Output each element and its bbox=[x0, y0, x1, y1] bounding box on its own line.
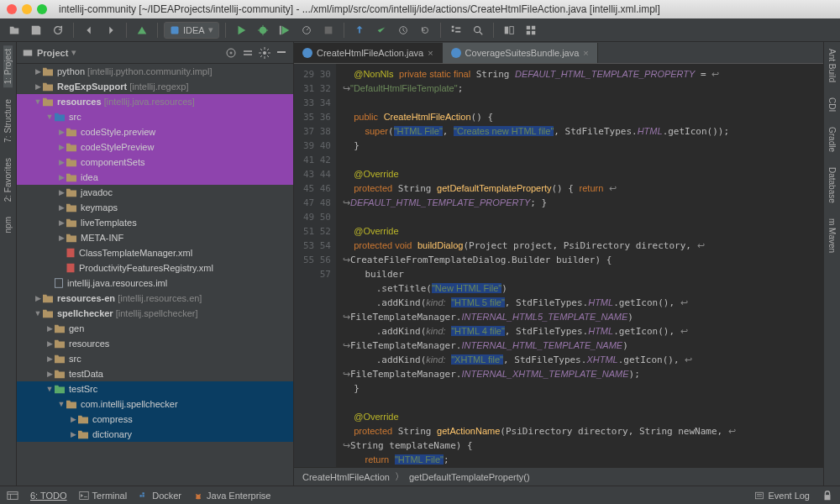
tree-row[interactable]: ▶gen bbox=[17, 321, 293, 336]
refresh-icon[interactable] bbox=[49, 21, 67, 39]
project-panel-title[interactable]: Project bbox=[37, 48, 68, 58]
project-tree[interactable]: ▶python [intellij.python.community.impl]… bbox=[17, 64, 293, 486]
close-tab-icon[interactable]: × bbox=[428, 48, 433, 58]
code-editor[interactable]: @NonNls private static final String DEFA… bbox=[336, 64, 823, 467]
tree-row[interactable]: ▶dictionary bbox=[17, 427, 293, 442]
profile-icon[interactable] bbox=[297, 21, 316, 39]
run-icon[interactable] bbox=[232, 21, 250, 39]
tree-row[interactable]: ▼spellchecker [intellij.spellchecker] bbox=[17, 306, 293, 321]
search-icon[interactable] bbox=[469, 21, 487, 39]
svg-rect-11 bbox=[504, 26, 507, 34]
toolwindow-structure[interactable]: 7: Structure bbox=[3, 96, 13, 146]
tree-row[interactable]: ▼src bbox=[17, 109, 293, 124]
tree-row[interactable]: ▶python [intellij.python.community.impl] bbox=[17, 64, 293, 79]
tree-row[interactable]: ▶resources-en [intellij.resources.en] bbox=[17, 291, 293, 306]
settings-icon[interactable] bbox=[522, 21, 540, 39]
toolwindow-ant[interactable]: Ant Build bbox=[827, 45, 837, 86]
breadcrumb-class[interactable]: CreateHtmlFileAction bbox=[302, 472, 390, 482]
svg-rect-8 bbox=[455, 27, 460, 29]
tree-row[interactable]: ▶keymaps bbox=[17, 200, 293, 215]
svg-rect-29 bbox=[143, 492, 144, 494]
vcs-commit-icon[interactable] bbox=[372, 21, 391, 39]
vcs-history-icon[interactable] bbox=[394, 21, 412, 39]
status-event-log[interactable]: Event Log bbox=[754, 491, 810, 501]
debug-icon[interactable] bbox=[254, 21, 272, 39]
svg-rect-27 bbox=[140, 495, 142, 496]
maximize-window-button[interactable] bbox=[37, 4, 47, 14]
tree-row[interactable]: ▶liveTemplates bbox=[17, 215, 293, 230]
forward-icon[interactable] bbox=[102, 21, 120, 39]
svg-point-1 bbox=[259, 26, 266, 34]
svg-rect-9 bbox=[455, 30, 460, 32]
save-icon[interactable] bbox=[27, 21, 45, 39]
toolwindow-gradle[interactable]: Gradle bbox=[827, 123, 837, 155]
tree-row[interactable]: ▼com.intellij.spellchecker bbox=[17, 396, 293, 412]
toolwindow-project[interactable]: 1: Project bbox=[3, 45, 13, 87]
coverage-icon[interactable] bbox=[276, 21, 294, 39]
svg-rect-7 bbox=[451, 29, 454, 32]
tree-row[interactable]: intellij.java.resources.iml bbox=[17, 276, 293, 291]
lock-icon[interactable] bbox=[822, 490, 833, 501]
toolwindow-database[interactable]: Database bbox=[827, 164, 837, 207]
run-config-selector[interactable]: IDEA ▾ bbox=[164, 22, 219, 39]
locate-icon[interactable] bbox=[224, 46, 238, 60]
tree-row[interactable]: ▶codeStyle.preview bbox=[17, 124, 293, 139]
toolwindow-cdi[interactable]: CDI bbox=[827, 94, 837, 115]
breadcrumb-method[interactable]: getDefaultTemplateProperty() bbox=[409, 472, 530, 482]
toolwindow-maven[interactable]: m Maven bbox=[827, 215, 837, 256]
stop-icon[interactable] bbox=[319, 21, 338, 39]
editor-tab[interactable]: CreateHtmlFileAction.java× bbox=[294, 43, 443, 63]
svg-rect-28 bbox=[143, 495, 144, 496]
svg-rect-16 bbox=[532, 30, 535, 34]
toolwindows-icon[interactable] bbox=[7, 490, 18, 501]
tree-row[interactable]: ▶testData bbox=[17, 366, 293, 381]
tree-row[interactable]: ▶compress bbox=[17, 412, 293, 427]
tree-row[interactable]: ▼resources [intellij.java.resources] bbox=[17, 94, 293, 109]
svg-rect-15 bbox=[526, 30, 529, 34]
project-panel-header: Project ▾ bbox=[17, 42, 293, 64]
open-icon[interactable] bbox=[5, 21, 24, 39]
status-java-ee[interactable]: Java Enterprise bbox=[193, 491, 270, 501]
minimize-window-button[interactable] bbox=[22, 4, 32, 14]
tree-row[interactable]: ▶componentSets bbox=[17, 155, 293, 170]
tree-row[interactable]: ▶META-INF bbox=[17, 230, 293, 245]
tree-row[interactable]: ▶RegExpSupport [intellij.regexp] bbox=[17, 79, 293, 94]
vcs-update-icon[interactable] bbox=[350, 21, 369, 39]
editor-tabs: CreateHtmlFileAction.java×CoverageSuites… bbox=[294, 42, 823, 64]
line-number-gutter: 29 30 31 32 33 34 35 36 37 38 39 40 41 4… bbox=[294, 64, 336, 467]
status-bar: 6: TODO Terminal Docker Java Enterprise … bbox=[0, 486, 840, 504]
tree-row[interactable]: ProductivityFeaturesRegistry.xml bbox=[17, 260, 293, 276]
structure-icon[interactable] bbox=[447, 21, 465, 39]
tree-row[interactable]: ▶idea bbox=[17, 170, 293, 185]
svg-rect-6 bbox=[451, 25, 454, 28]
project-scope-icon bbox=[22, 47, 34, 59]
toggle-icon[interactable] bbox=[500, 21, 518, 39]
vcs-revert-icon[interactable] bbox=[416, 21, 434, 39]
svg-rect-24 bbox=[55, 279, 63, 288]
status-docker[interactable]: Docker bbox=[139, 491, 181, 501]
svg-rect-0 bbox=[171, 26, 179, 34]
svg-rect-14 bbox=[532, 25, 535, 29]
status-terminal[interactable]: Terminal bbox=[79, 491, 128, 501]
svg-point-19 bbox=[230, 52, 232, 54]
build-icon[interactable] bbox=[133, 21, 151, 39]
close-window-button[interactable] bbox=[7, 4, 17, 14]
tree-row[interactable]: ▶src bbox=[17, 351, 293, 366]
editor-tab[interactable]: CoverageSuitesBundle.java× bbox=[443, 43, 598, 63]
tree-row[interactable]: ▼testSrc bbox=[17, 381, 293, 396]
collapse-icon[interactable] bbox=[241, 46, 255, 60]
tree-row[interactable]: ▶codeStylePreview bbox=[17, 139, 293, 155]
svg-rect-31 bbox=[825, 495, 831, 500]
tree-row[interactable]: ClassTemplateManager.xml bbox=[17, 245, 293, 260]
gear-icon[interactable] bbox=[258, 46, 271, 60]
svg-rect-21 bbox=[277, 51, 286, 53]
toolwindow-npm[interactable]: npm bbox=[3, 213, 13, 236]
back-icon[interactable] bbox=[80, 21, 98, 39]
hide-icon[interactable] bbox=[275, 46, 288, 60]
close-tab-icon[interactable]: × bbox=[583, 48, 588, 58]
tree-row[interactable]: ▶javadoc bbox=[17, 185, 293, 200]
tree-row[interactable]: ▶resources bbox=[17, 336, 293, 351]
window-title: intellij-community [~/IDEAProjects/intel… bbox=[59, 3, 660, 15]
toolwindow-favorites[interactable]: 2: Favorites bbox=[3, 155, 13, 205]
status-todo[interactable]: 6: TODO bbox=[30, 491, 67, 501]
